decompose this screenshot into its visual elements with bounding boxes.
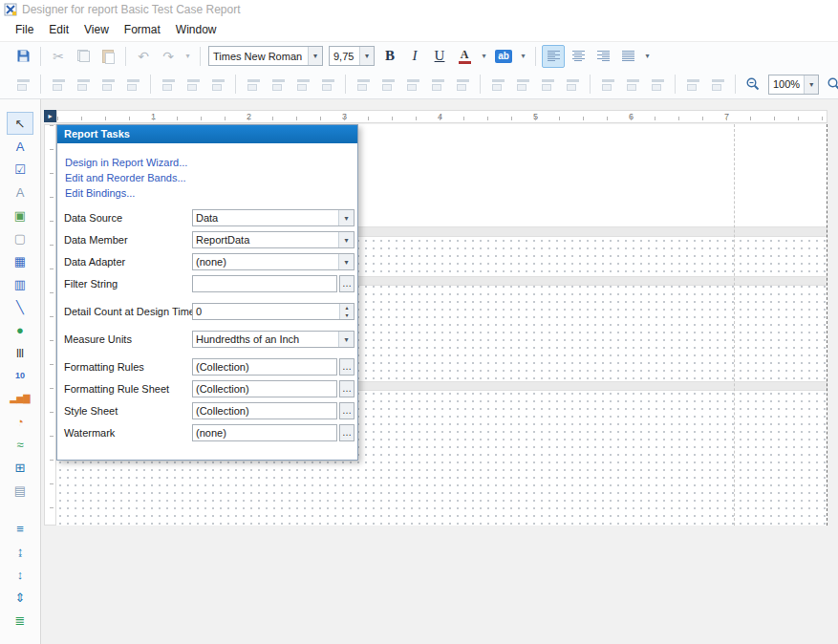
send-to-back-button[interactable] <box>681 73 704 96</box>
data-source-combo[interactable]: Data▾ <box>192 209 355 226</box>
horz-space-increase-button[interactable] <box>376 73 399 96</box>
cut-button[interactable]: ✂ <box>47 45 70 68</box>
link-design-in-report-wizard[interactable]: Design in Report Wizard... <box>65 157 357 172</box>
align-center-button[interactable] <box>567 45 590 68</box>
detail-count-at-design-time-spinner[interactable]: 0▴▾ <box>192 303 355 320</box>
menu-window[interactable]: Window <box>168 20 225 39</box>
font-color-button[interactable]: A <box>453 45 476 68</box>
link-edit-bindings[interactable]: Edit Bindings... <box>65 187 357 203</box>
vert-space-equal-button[interactable] <box>486 73 509 96</box>
make-same-height-button[interactable] <box>291 73 314 96</box>
pointer-tool[interactable]: ↖ <box>7 112 33 135</box>
make-same-size-button[interactable] <box>316 73 339 96</box>
font-size-combo[interactable]: 9,75 ▾ <box>329 46 375 66</box>
chevron-down-icon[interactable]: ▾ <box>338 254 354 269</box>
chevron-down-icon[interactable]: ▾ <box>804 75 818 94</box>
page-info-tool[interactable]: ▤ <box>7 479 33 502</box>
align-baseline-button[interactable] <box>206 73 229 96</box>
table-of-contents-tool[interactable]: ≡ <box>7 517 33 540</box>
page-break-tool[interactable]: ↨ <box>7 540 33 563</box>
highlight-dropdown[interactable]: ▾ <box>517 45 529 68</box>
center-horizontally-button[interactable] <box>596 73 619 96</box>
bar-code-tool[interactable]: ||| <box>7 341 33 364</box>
italic-button[interactable]: I <box>403 45 426 68</box>
horz-space-remove-button[interactable] <box>426 73 449 96</box>
align-right-button[interactable] <box>591 45 614 68</box>
chevron-down-icon[interactable]: ▾ <box>338 332 354 347</box>
save-button[interactable] <box>11 45 34 68</box>
menu-view[interactable]: View <box>76 20 117 39</box>
watermark-input[interactable]: (none) <box>192 424 337 441</box>
gauge-tool[interactable]: ◔ <box>7 410 33 433</box>
filter-string-ellipsis-button[interactable]: … <box>339 275 355 292</box>
sparkline-tool[interactable]: ≈ <box>7 433 33 456</box>
align-tops-button[interactable] <box>121 73 144 96</box>
style-sheet-ellipsis-button[interactable]: … <box>339 402 355 419</box>
watermark-ellipsis-button[interactable]: … <box>339 424 355 441</box>
align-justify-button[interactable] <box>616 45 639 68</box>
undo-button[interactable]: ↶ <box>132 45 155 68</box>
vert-space-decrease-button[interactable] <box>536 73 559 96</box>
picture-box-tool[interactable]: ▣ <box>7 204 33 226</box>
zoom-in-button[interactable] <box>823 73 838 96</box>
horz-space-concat-button[interactable] <box>451 73 474 96</box>
spin-up-icon[interactable]: ▴ <box>340 304 354 311</box>
spin-down-icon[interactable]: ▾ <box>340 311 354 319</box>
pivot-grid-tool[interactable]: ⊞ <box>7 456 33 479</box>
zoom-out-button[interactable] <box>741 73 764 96</box>
align-to-grid-button[interactable] <box>11 73 34 96</box>
center-vertically-button[interactable] <box>621 73 644 96</box>
link-edit-and-reorder-bands[interactable]: Edit and Reorder Bands... <box>65 172 357 187</box>
align-middles-button[interactable] <box>157 73 180 96</box>
bring-to-front-button[interactable] <box>646 73 669 96</box>
horz-space-equal-button[interactable] <box>352 73 375 96</box>
highlight-button[interactable]: ab <box>492 45 515 68</box>
formatting-rules-ellipsis-button[interactable]: … <box>339 358 355 376</box>
font-color-dropdown[interactable]: ▾ <box>478 45 490 68</box>
chevron-down-icon[interactable]: ▾ <box>308 47 322 65</box>
cross-band-line-tool[interactable]: ↕ <box>7 563 33 586</box>
paste-button[interactable] <box>97 45 119 68</box>
line-tool[interactable]: ╲ <box>7 295 33 318</box>
character-comb-tool[interactable]: ▥ <box>7 272 33 295</box>
menu-edit[interactable]: Edit <box>41 20 76 39</box>
underline-button[interactable]: U <box>428 45 451 68</box>
align-dropdown[interactable]: ▾ <box>641 45 654 68</box>
formatting-rule-sheet-input[interactable]: (Collection) <box>192 380 337 397</box>
align-centers-button[interactable] <box>72 73 95 96</box>
make-same-width-button[interactable] <box>242 73 265 96</box>
align-bottoms-button[interactable] <box>182 73 204 96</box>
table-tool[interactable]: ▦ <box>7 249 33 272</box>
vert-space-increase-button[interactable] <box>511 73 534 96</box>
font-name-combo[interactable]: Times New Roman ▾ <box>208 46 323 66</box>
chevron-down-icon[interactable]: ▾ <box>359 47 374 65</box>
horz-space-decrease-button[interactable] <box>401 73 424 96</box>
bold-button[interactable]: B <box>378 45 401 68</box>
spinner-buttons[interactable]: ▴▾ <box>339 304 354 319</box>
size-to-grid-button[interactable] <box>267 73 290 96</box>
vert-space-remove-button[interactable] <box>561 73 584 96</box>
menu-file[interactable]: File <box>8 20 41 39</box>
align-left-button[interactable] <box>542 45 565 68</box>
measure-units-combo[interactable]: Hundredths of an Inch▾ <box>192 331 355 348</box>
data-adapter-combo[interactable]: (none)▾ <box>192 253 355 270</box>
undo-redo-dropdown[interactable]: ▾ <box>182 45 194 68</box>
chart-tool[interactable]: ▂▅▇ <box>7 387 33 410</box>
panel-tool[interactable]: ▢ <box>7 226 33 249</box>
style-sheet-input[interactable]: (Collection) <box>192 402 337 419</box>
chevron-down-icon[interactable]: ▾ <box>338 232 354 247</box>
order-options-button[interactable] <box>706 73 729 96</box>
zip-code-tool[interactable]: 10 <box>7 364 33 387</box>
formatting-rule-sheet-ellipsis-button[interactable]: … <box>339 380 355 397</box>
rich-text-tool[interactable]: A <box>7 181 33 204</box>
align-lefts-button[interactable] <box>47 73 70 96</box>
align-rights-button[interactable] <box>97 73 119 96</box>
smart-tag-corner-button[interactable]: ▸ <box>44 110 56 122</box>
data-member-combo[interactable]: ReportData▾ <box>192 231 355 248</box>
shape-tool[interactable]: ● <box>7 318 33 341</box>
check-box-tool[interactable]: ☑ <box>7 158 33 181</box>
redo-button[interactable]: ↷ <box>157 45 180 68</box>
subreport-tool[interactable]: ≣ <box>7 609 33 632</box>
cross-band-box-tool[interactable]: ⇕ <box>7 586 33 609</box>
filter-string-input[interactable] <box>192 275 337 292</box>
